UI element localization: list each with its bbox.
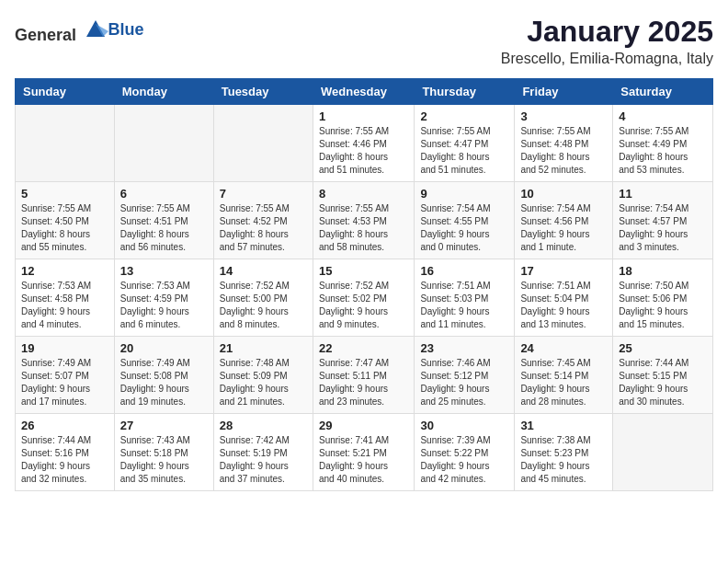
- calendar-cell: 27Sunrise: 7:43 AM Sunset: 5:18 PM Dayli…: [114, 414, 213, 491]
- calendar-cell: 14Sunrise: 7:52 AM Sunset: 5:00 PM Dayli…: [213, 259, 313, 337]
- calendar-cell: 26Sunrise: 7:44 AM Sunset: 5:16 PM Dayli…: [16, 414, 115, 491]
- day-number: 29: [319, 419, 408, 432]
- day-number: 14: [220, 264, 307, 278]
- calendar-cell: 17Sunrise: 7:51 AM Sunset: 5:04 PM Dayli…: [515, 259, 613, 337]
- day-info: Sunrise: 7:55 AM Sunset: 4:51 PM Dayligh…: [120, 202, 208, 254]
- calendar-cell: 18Sunrise: 7:50 AM Sunset: 5:06 PM Dayli…: [613, 259, 713, 337]
- day-number: 8: [319, 187, 408, 201]
- day-info: Sunrise: 7:46 AM Sunset: 5:12 PM Dayligh…: [420, 357, 508, 408]
- day-number: 17: [520, 264, 607, 278]
- day-info: Sunrise: 7:44 AM Sunset: 5:15 PM Dayligh…: [619, 357, 707, 408]
- calendar-cell: 30Sunrise: 7:39 AM Sunset: 5:22 PM Dayli…: [415, 414, 515, 491]
- calendar-cell: 13Sunrise: 7:53 AM Sunset: 4:59 PM Dayli…: [114, 259, 213, 337]
- day-number: 9: [420, 187, 508, 201]
- day-number: 24: [520, 341, 607, 355]
- calendar-cell: 16Sunrise: 7:51 AM Sunset: 5:03 PM Dayli…: [415, 259, 515, 337]
- calendar-cell: 20Sunrise: 7:49 AM Sunset: 5:08 PM Dayli…: [114, 337, 213, 414]
- day-info: Sunrise: 7:55 AM Sunset: 4:50 PM Dayligh…: [21, 202, 108, 254]
- day-number: 10: [520, 187, 607, 201]
- calendar-week-row: 26Sunrise: 7:44 AM Sunset: 5:16 PM Dayli…: [16, 414, 713, 491]
- calendar-cell: [114, 105, 213, 182]
- day-info: Sunrise: 7:42 AM Sunset: 5:19 PM Dayligh…: [220, 434, 307, 486]
- calendar-week-row: 19Sunrise: 7:49 AM Sunset: 5:07 PM Dayli…: [16, 337, 713, 414]
- day-info: Sunrise: 7:47 AM Sunset: 5:11 PM Dayligh…: [319, 357, 408, 408]
- weekday-header-friday: Friday: [515, 79, 613, 105]
- calendar-cell: 25Sunrise: 7:44 AM Sunset: 5:15 PM Dayli…: [613, 337, 713, 414]
- day-info: Sunrise: 7:52 AM Sunset: 5:00 PM Dayligh…: [220, 280, 307, 331]
- logo-icon: [83, 15, 108, 40]
- calendar-cell: 31Sunrise: 7:38 AM Sunset: 5:23 PM Dayli…: [515, 414, 613, 491]
- day-info: Sunrise: 7:54 AM Sunset: 4:57 PM Dayligh…: [619, 202, 707, 254]
- calendar-cell: 3Sunrise: 7:55 AM Sunset: 4:48 PM Daylig…: [515, 105, 613, 182]
- day-info: Sunrise: 7:48 AM Sunset: 5:09 PM Dayligh…: [220, 357, 307, 408]
- calendar-cell: 10Sunrise: 7:54 AM Sunset: 4:56 PM Dayli…: [515, 182, 613, 259]
- calendar-cell: [213, 105, 313, 182]
- calendar-week-row: 1Sunrise: 7:55 AM Sunset: 4:46 PM Daylig…: [16, 105, 713, 182]
- calendar-cell: 19Sunrise: 7:49 AM Sunset: 5:07 PM Dayli…: [16, 337, 115, 414]
- weekday-header-saturday: Saturday: [613, 79, 713, 105]
- day-number: 15: [319, 264, 408, 278]
- day-info: Sunrise: 7:53 AM Sunset: 4:58 PM Dayligh…: [21, 280, 108, 331]
- day-info: Sunrise: 7:55 AM Sunset: 4:47 PM Dayligh…: [420, 125, 508, 177]
- calendar-cell: 24Sunrise: 7:45 AM Sunset: 5:14 PM Dayli…: [515, 337, 613, 414]
- day-number: 21: [220, 341, 307, 355]
- calendar-cell: 23Sunrise: 7:46 AM Sunset: 5:12 PM Dayli…: [415, 337, 515, 414]
- weekday-header-row: SundayMondayTuesdayWednesdayThursdayFrid…: [16, 79, 713, 105]
- day-info: Sunrise: 7:49 AM Sunset: 5:07 PM Dayligh…: [21, 357, 108, 408]
- day-number: 12: [21, 264, 108, 278]
- day-number: 2: [420, 109, 508, 123]
- logo-blue: Blue: [108, 20, 144, 39]
- day-number: 31: [520, 419, 607, 432]
- location-title: Brescello, Emilia-Romagna, Italy: [501, 51, 713, 67]
- day-info: Sunrise: 7:43 AM Sunset: 5:18 PM Dayligh…: [120, 434, 208, 486]
- day-info: Sunrise: 7:54 AM Sunset: 4:56 PM Dayligh…: [520, 202, 607, 254]
- day-info: Sunrise: 7:49 AM Sunset: 5:08 PM Dayligh…: [120, 357, 208, 408]
- page-header: General Blue January 2025 Brescello, Emi…: [15, 15, 713, 67]
- day-info: Sunrise: 7:38 AM Sunset: 5:23 PM Dayligh…: [520, 434, 607, 486]
- logo-general: General: [15, 26, 76, 44]
- calendar-table: SundayMondayTuesdayWednesdayThursdayFrid…: [15, 78, 713, 491]
- day-info: Sunrise: 7:55 AM Sunset: 4:52 PM Dayligh…: [220, 202, 307, 254]
- day-number: 26: [21, 419, 108, 432]
- day-number: 19: [21, 341, 108, 355]
- day-number: 5: [21, 187, 108, 201]
- day-info: Sunrise: 7:55 AM Sunset: 4:49 PM Dayligh…: [619, 125, 707, 177]
- day-info: Sunrise: 7:41 AM Sunset: 5:21 PM Dayligh…: [319, 434, 408, 486]
- calendar-week-row: 12Sunrise: 7:53 AM Sunset: 4:58 PM Dayli…: [16, 259, 713, 337]
- calendar-cell: 8Sunrise: 7:55 AM Sunset: 4:53 PM Daylig…: [313, 182, 414, 259]
- day-number: 11: [619, 187, 707, 201]
- day-number: 3: [520, 109, 607, 123]
- calendar-cell: 15Sunrise: 7:52 AM Sunset: 5:02 PM Dayli…: [313, 259, 414, 337]
- day-number: 30: [420, 419, 508, 432]
- weekday-header-thursday: Thursday: [415, 79, 515, 105]
- calendar-cell: 28Sunrise: 7:42 AM Sunset: 5:19 PM Dayli…: [213, 414, 313, 491]
- day-info: Sunrise: 7:39 AM Sunset: 5:22 PM Dayligh…: [420, 434, 508, 486]
- calendar-cell: [613, 414, 713, 491]
- day-info: Sunrise: 7:44 AM Sunset: 5:16 PM Dayligh…: [21, 434, 108, 486]
- day-info: Sunrise: 7:55 AM Sunset: 4:53 PM Dayligh…: [319, 202, 408, 254]
- day-number: 18: [619, 264, 707, 278]
- calendar-cell: 7Sunrise: 7:55 AM Sunset: 4:52 PM Daylig…: [213, 182, 313, 259]
- day-info: Sunrise: 7:55 AM Sunset: 4:48 PM Dayligh…: [520, 125, 607, 177]
- calendar-cell: 2Sunrise: 7:55 AM Sunset: 4:47 PM Daylig…: [415, 105, 515, 182]
- day-number: 16: [420, 264, 508, 278]
- weekday-header-wednesday: Wednesday: [313, 79, 414, 105]
- day-info: Sunrise: 7:55 AM Sunset: 4:46 PM Dayligh…: [319, 125, 408, 177]
- day-number: 6: [120, 187, 208, 201]
- day-number: 23: [420, 341, 508, 355]
- calendar-week-row: 5Sunrise: 7:55 AM Sunset: 4:50 PM Daylig…: [16, 182, 713, 259]
- calendar-cell: 22Sunrise: 7:47 AM Sunset: 5:11 PM Dayli…: [313, 337, 414, 414]
- weekday-header-tuesday: Tuesday: [213, 79, 313, 105]
- calendar-cell: 9Sunrise: 7:54 AM Sunset: 4:55 PM Daylig…: [415, 182, 515, 259]
- calendar-cell: 12Sunrise: 7:53 AM Sunset: 4:58 PM Dayli…: [16, 259, 115, 337]
- day-number: 27: [120, 419, 208, 432]
- day-info: Sunrise: 7:52 AM Sunset: 5:02 PM Dayligh…: [319, 280, 408, 331]
- day-info: Sunrise: 7:51 AM Sunset: 5:03 PM Dayligh…: [420, 280, 508, 331]
- calendar-cell: 1Sunrise: 7:55 AM Sunset: 4:46 PM Daylig…: [313, 105, 414, 182]
- day-number: 25: [619, 341, 707, 355]
- day-info: Sunrise: 7:50 AM Sunset: 5:06 PM Dayligh…: [619, 280, 707, 331]
- day-info: Sunrise: 7:54 AM Sunset: 4:55 PM Dayligh…: [420, 202, 508, 254]
- day-info: Sunrise: 7:51 AM Sunset: 5:04 PM Dayligh…: [520, 280, 607, 331]
- title-block: January 2025 Brescello, Emilia-Romagna, …: [501, 15, 713, 67]
- day-number: 7: [220, 187, 307, 201]
